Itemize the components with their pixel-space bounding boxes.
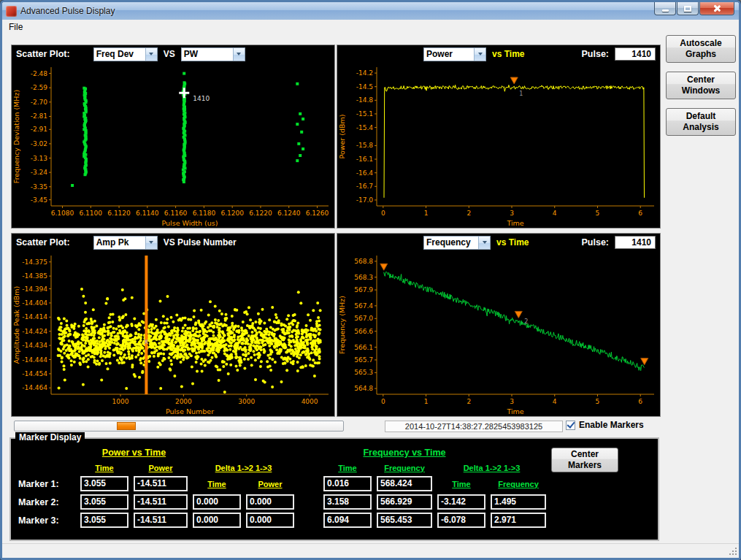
enable-markers-label: Enable Markers <box>579 420 644 430</box>
panel-power-vs-time: Power vs Time Pulse: 1410 0123456-14.2-1… <box>337 45 661 229</box>
menu-file[interactable]: File <box>2 20 29 34</box>
resize-grip[interactable] <box>729 547 737 556</box>
marker-2-power-time: 3.055 <box>80 494 128 510</box>
svg-text:-14.454: -14.454 <box>22 370 47 377</box>
autoscale-graphs-button[interactable]: Autoscale Graphs <box>666 35 736 63</box>
svg-text:-16.1: -16.1 <box>356 156 373 163</box>
svg-text:566.6: 566.6 <box>354 328 373 335</box>
svg-text:5: 5 <box>596 210 600 217</box>
pulse-label: Pulse: <box>581 237 609 248</box>
svg-text:-2.59: -2.59 <box>31 84 48 91</box>
combo-value: Frequency <box>424 237 478 249</box>
svg-text:Pulse Width (us): Pulse Width (us) <box>161 219 218 227</box>
svg-text:-15.8: -15.8 <box>356 142 374 149</box>
marker-1-freq-time: 0.016 <box>323 476 372 491</box>
svg-text:1: 1 <box>424 210 429 217</box>
svg-text:568.8: 568.8 <box>354 258 373 265</box>
marker-3-frequency: 565.453 <box>377 513 432 528</box>
pulse-scrollbar-thumb[interactable] <box>117 422 136 430</box>
svg-text:3: 3 <box>510 210 514 217</box>
scatter-plot-amppk-vs-pulsenumber[interactable]: 1000200030004000-14.375-14.385-14.394-14… <box>12 251 334 416</box>
svg-text:566.1: 566.1 <box>354 344 373 351</box>
scatter-plot-freqdev-vs-pw[interactable]: 6.10806.11006.11206.11406.11606.11806.12… <box>12 63 334 228</box>
marker-3-delta-frequency: 2.971 <box>491 513 546 528</box>
svg-text:-14.2: -14.2 <box>356 69 373 77</box>
marker-2-freq-time: 3.158 <box>323 494 372 510</box>
trace-combo-power[interactable]: Power <box>423 47 486 61</box>
combo-value: Power <box>424 48 474 61</box>
dropdown-arrow-icon <box>478 237 490 249</box>
title-bar[interactable]: Advanced Pulse Display <box>2 2 739 20</box>
vs-pulse-number-label: VS Pulse Number <box>164 237 237 248</box>
svg-text:-16.7: -16.7 <box>356 183 373 190</box>
pulse-scrollbar[interactable] <box>14 421 344 431</box>
svg-text:0: 0 <box>381 210 385 217</box>
marker-1-label: Marker 1: <box>18 479 75 489</box>
delta-sub-power: Power <box>246 480 294 488</box>
svg-text:6.1140: 6.1140 <box>136 210 159 217</box>
app-icon <box>6 6 17 17</box>
col-header-time-freq: Time <box>323 464 372 472</box>
svg-text:6: 6 <box>638 210 642 217</box>
default-analysis-button[interactable]: Default Analysis <box>666 108 736 136</box>
svg-text:565.3: 565.3 <box>354 369 373 376</box>
check-icon <box>567 420 575 429</box>
timestamp-field: 2014-10-27T14:38:27.2825453983125 <box>385 421 563 432</box>
panel-scatter-freqdev-pw: Scatter Plot: Freq Dev VS PW 6.10806.110… <box>11 45 335 229</box>
marker-2-delta-frequency: 1.495 <box>491 494 546 510</box>
y-axis-combo-freqdev[interactable]: Freq Dev <box>93 47 158 61</box>
svg-text:-3.45: -3.45 <box>31 196 47 204</box>
marker-3-delta-time-freq: -6.078 <box>437 513 485 528</box>
svg-text:Frequency Deviation (MHz): Frequency Deviation (MHz) <box>12 90 20 183</box>
svg-text:2: 2 <box>467 210 471 217</box>
y-axis-combo-amppk[interactable]: Amp Pk <box>93 236 158 250</box>
svg-text:-14.394: -14.394 <box>22 285 47 293</box>
close-button[interactable] <box>699 2 734 15</box>
line-plot-power-vs-time[interactable]: 0123456-14.2-14.5-14.8-15.1-15.4-15.8-16… <box>337 63 660 228</box>
combo-value: PW <box>182 48 233 61</box>
pulse-label: Pulse: <box>581 49 609 59</box>
default-analysis-label-line2: Analysis <box>683 122 718 133</box>
window-title: Advanced Pulse Display <box>20 6 115 16</box>
panel-frequency-vs-time: Frequency vs Time Pulse: 1410 0123456568… <box>337 233 661 417</box>
marker-1-power: -14.511 <box>134 476 188 491</box>
maximize-button[interactable] <box>677 2 699 15</box>
svg-text:-17.0: -17.0 <box>356 196 374 204</box>
svg-text:-14.5: -14.5 <box>356 83 373 91</box>
marker-3-power-time: 3.055 <box>80 513 128 528</box>
line-plot-frequency-vs-time[interactable]: 0123456568.8568.3567.9567.4567.0566.6566… <box>337 251 660 416</box>
autoscale-graphs-label-line1: Autoscale <box>680 38 721 49</box>
svg-text:-14.464: -14.464 <box>22 384 47 391</box>
svg-text:-14.434: -14.434 <box>22 342 47 349</box>
col-header-power: Power <box>134 464 188 472</box>
panel-header: Scatter Plot: Amp Pk VS Pulse Number <box>12 234 334 251</box>
delta-sub-frequency: Frequency <box>491 480 546 488</box>
trace-combo-frequency[interactable]: Frequency <box>423 236 491 250</box>
svg-text:565.7: 565.7 <box>354 356 373 364</box>
marker-2-power: -14.511 <box>134 494 188 510</box>
enable-markers-checkbox[interactable]: Enable Markers <box>566 420 644 430</box>
dropdown-arrow-icon <box>145 48 157 61</box>
svg-text:-15.4: -15.4 <box>356 124 374 131</box>
center-windows-button[interactable]: Center Windows <box>666 72 736 99</box>
svg-text:-2.48: -2.48 <box>31 70 48 77</box>
dropdown-arrow-icon <box>145 237 157 249</box>
svg-text:0: 0 <box>381 398 385 405</box>
col-header-time-power: Time <box>80 464 128 472</box>
delta-sub-time-power: Time <box>193 480 241 488</box>
svg-text:1410: 1410 <box>193 95 210 102</box>
center-windows-label-line2: Windows <box>682 85 721 96</box>
x-axis-combo-pw[interactable]: PW <box>181 47 245 61</box>
marker-display-group: Marker Display Power vs Time Frequency v… <box>9 437 659 541</box>
marker-2-delta-time-power: 0.000 <box>193 494 241 510</box>
svg-text:-3.13: -3.13 <box>31 155 47 162</box>
svg-text:-14.414: -14.414 <box>22 313 47 321</box>
svg-text:6.1120: 6.1120 <box>107 210 131 217</box>
svg-text:Pulse Number: Pulse Number <box>166 407 214 415</box>
center-markers-button[interactable]: Center Markers <box>551 448 618 472</box>
minimize-button[interactable] <box>654 2 676 15</box>
marker-2-delta-power: 0.000 <box>246 494 294 510</box>
panel-scatter-amppk-pulsenumber: Scatter Plot: Amp Pk VS Pulse Number 100… <box>11 233 335 417</box>
svg-text:2: 2 <box>524 318 528 325</box>
svg-text:1: 1 <box>424 398 429 405</box>
